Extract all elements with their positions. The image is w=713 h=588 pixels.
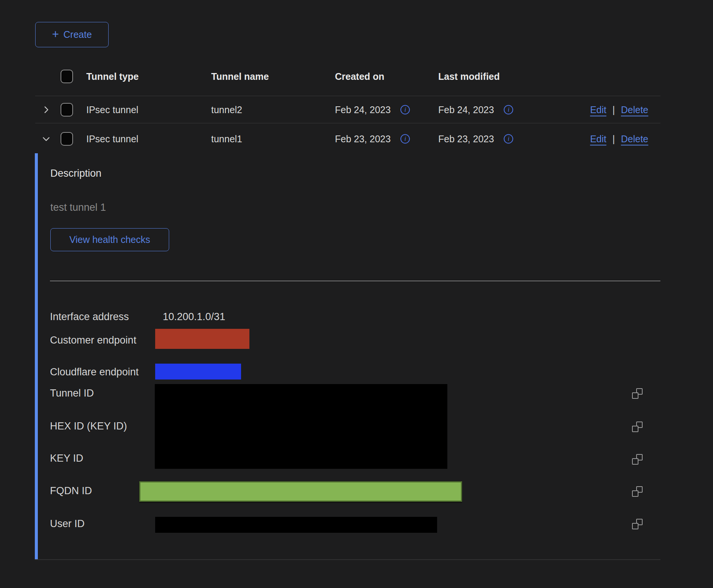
- table-row-tunnel2: IPsec tunnel tunnel2 Feb 24, 2023 i Feb …: [35, 96, 660, 123]
- header-last-modified: Last modified: [438, 71, 500, 82]
- created-on-value: Feb 23, 2023: [335, 133, 391, 144]
- info-icon[interactable]: i: [400, 105, 410, 114]
- fqdn-id-redacted-value: [139, 481, 462, 502]
- view-health-checks-button[interactable]: View health checks: [50, 228, 169, 251]
- row-checkbox[interactable]: [61, 103, 73, 117]
- tunnel-type-cell: IPsec tunnel: [86, 133, 139, 144]
- cloudflare-endpoint-redacted-value: [155, 364, 241, 380]
- row-checkbox[interactable]: [61, 132, 73, 146]
- interface-address-label: Interface address: [50, 311, 129, 323]
- action-separator: |: [612, 133, 615, 144]
- created-on-value: Feb 24, 2023: [335, 104, 391, 115]
- interface-address-value: 10.200.1.0/31: [163, 311, 225, 323]
- description-label: Description: [50, 168, 101, 179]
- tunnel-name-cell: tunnel2: [211, 104, 242, 115]
- cloudflare-endpoint-label: Cloudflare endpoint: [50, 366, 139, 378]
- tunnel-id-label: Tunnel ID: [50, 387, 94, 399]
- tunnel-type-cell: IPsec tunnel: [86, 104, 139, 115]
- header-created-on: Created on: [335, 71, 385, 82]
- copy-icon[interactable]: [632, 388, 643, 399]
- expansion-accent-bar: [35, 153, 38, 559]
- user-id-redacted-value: [155, 517, 437, 533]
- copy-icon[interactable]: [632, 454, 643, 465]
- edit-link[interactable]: Edit: [590, 104, 606, 115]
- create-button[interactable]: + Create: [35, 22, 109, 47]
- customer-endpoint-redacted-value: [155, 329, 249, 349]
- chevron-right-icon[interactable]: [41, 104, 51, 115]
- last-modified-value: Feb 23, 2023: [438, 133, 494, 144]
- expanded-tunnel-details: Description test tunnel 1 View health ch…: [0, 153, 713, 562]
- user-id-label: User ID: [50, 518, 85, 530]
- fqdn-id-label: FQDN ID: [50, 485, 92, 497]
- chevron-down-icon[interactable]: [41, 134, 51, 144]
- last-modified-cell: Feb 24, 2023 i: [438, 104, 513, 115]
- copy-icon[interactable]: [632, 422, 643, 432]
- create-button-label: Create: [64, 29, 92, 40]
- delete-link[interactable]: Delete: [621, 133, 648, 144]
- table-header-row: Tunnel type Tunnel name Created on Last …: [35, 57, 660, 96]
- description-value: test tunnel 1: [50, 202, 106, 213]
- key-id-label: KEY ID: [50, 453, 83, 464]
- header-tunnel-type: Tunnel type: [86, 71, 139, 82]
- ids-redacted-value: [155, 384, 447, 469]
- info-icon[interactable]: i: [504, 134, 513, 143]
- delete-link[interactable]: Delete: [621, 104, 648, 115]
- last-modified-value: Feb 24, 2023: [438, 104, 494, 115]
- customer-endpoint-label: Customer endpoint: [50, 334, 136, 346]
- info-icon[interactable]: i: [504, 105, 513, 114]
- table-row-tunnel1: IPsec tunnel tunnel1 Feb 23, 2023 i Feb …: [35, 123, 660, 154]
- copy-icon[interactable]: [632, 519, 643, 529]
- info-icon[interactable]: i: [400, 134, 410, 143]
- created-on-cell: Feb 24, 2023 i: [335, 104, 410, 115]
- created-on-cell: Feb 23, 2023 i: [335, 133, 410, 144]
- tunnels-page: + Create Tunnel type Tunnel name Created…: [0, 0, 713, 588]
- panel-bottom-divider: [35, 559, 660, 560]
- last-modified-cell: Feb 23, 2023 i: [438, 133, 513, 144]
- edit-link[interactable]: Edit: [590, 133, 606, 144]
- action-separator: |: [612, 104, 615, 115]
- tunnel-name-cell: tunnel1: [211, 133, 242, 144]
- tunnels-table: Tunnel type Tunnel name Created on Last …: [35, 57, 660, 154]
- row-actions: Edit | Delete: [590, 133, 648, 144]
- copy-icon[interactable]: [632, 486, 643, 497]
- row-actions: Edit | Delete: [590, 104, 648, 115]
- plus-icon: +: [52, 28, 59, 40]
- header-tunnel-name: Tunnel name: [211, 71, 269, 82]
- hex-id-label: HEX ID (KEY ID): [50, 420, 127, 432]
- select-all-checkbox[interactable]: [61, 70, 73, 83]
- section-divider: [50, 281, 660, 281]
